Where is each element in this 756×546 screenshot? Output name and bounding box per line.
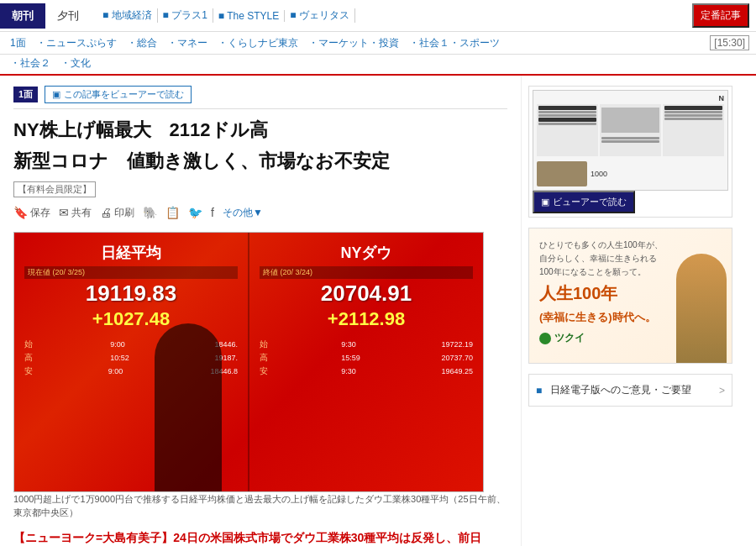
article-title-line2: 新型コロナ 値動き激しく、市場なお不安定 (13, 149, 507, 175)
twitter-icon: 🐦 (188, 206, 202, 219)
feedback-text: 日経電子版へのご意見・ご要望 (550, 383, 691, 397)
article-image-container: 日経平均 現在値 (20/ 3/25) 19119.83 +1027.48 始 … (13, 232, 507, 520)
article-title-line1: NY株上げ幅最大 2112ドル高 (13, 118, 507, 144)
sidebar: N (521, 76, 739, 546)
nav-link-plus1[interactable]: ■ プラス1 (158, 8, 213, 23)
share-icon-2[interactable]: 📋 (165, 206, 180, 219)
tab-morning[interactable]: 朝刊 (0, 3, 45, 29)
viewer-button[interactable]: ▣ この記事をビューアーで読む (45, 86, 192, 103)
facebook-action[interactable]: f (211, 206, 214, 219)
sub-link-shakai[interactable]: ・社会１・スポーツ (406, 36, 503, 50)
section-nav-links: ■ 地域経済 ■ プラス1 ■ The STYLE ■ ヴェリタス 定番記事 (91, 0, 756, 31)
sub-link-shakai2[interactable]: ・社会２ (7, 56, 54, 71)
feedback-icon: ■ (536, 385, 542, 396)
nikkei-change: +1027.48 (24, 308, 238, 330)
sidebar-viewer-icon: ▣ (541, 197, 549, 207)
article-body: 【ニューヨーク=大島有美子】24日の米国株式市場でダウ工業株30種平均は反発し、… (13, 528, 507, 546)
ad-logo-dot (539, 333, 551, 344)
sub-link-market[interactable]: ・マーケット・投資 (305, 36, 402, 50)
nydow-row-1: 始 9:30 19722.19 (260, 339, 473, 350)
main-layout: 1面 ▣ この記事をビューアーで読む NY株上げ幅最大 2112ドル高 新型コロ… (0, 76, 756, 546)
sub-link-money[interactable]: ・マネー (164, 36, 211, 50)
featured-articles-button[interactable]: 定番記事 (692, 3, 749, 28)
nydow-row-2: 高 15:59 20737.70 (260, 352, 473, 364)
person-silhouette (155, 323, 222, 491)
nav-link-veritas[interactable]: ■ ヴェリタス (285, 8, 355, 23)
newspaper-ad: N (528, 86, 732, 218)
sub-link-news-plus[interactable]: ・ニュースぷらす (33, 36, 120, 50)
top-navigation: 朝刊 夕刊 ■ 地域経済 ■ プラス1 ■ The STYLE ■ ヴェリタス … (0, 0, 756, 32)
ad-logo-text: ツクイ (554, 331, 585, 345)
page-badge: 1面 (13, 87, 38, 102)
ad-sub-text: (幸福に生きる)時代へ。 (539, 311, 656, 323)
image-caption: 1000円超上げで1万9000円台で推移する日経平均株価と過去最大の上げ幅を記録… (13, 492, 507, 520)
nydow-value: 20704.91 (260, 281, 473, 307)
chevron-right-icon: > (719, 385, 725, 396)
twitter-action[interactable]: 🐦 (188, 206, 202, 219)
ad-person-image (676, 254, 727, 363)
newspaper-col-1 (537, 104, 598, 156)
share-action[interactable]: ✉ 共有 (59, 206, 92, 220)
facebook-icon: f (211, 206, 214, 219)
evernote-icon: 🐘 (143, 206, 157, 219)
time-badge: [15:30] (710, 35, 749, 50)
newspaper-img (601, 108, 659, 133)
sub-link-1men[interactable]: 1面 (7, 36, 29, 50)
evernote-action[interactable]: 🐘 (143, 206, 157, 219)
print-icon: 🖨 (100, 206, 112, 219)
sub-link-culture[interactable]: ・文化 (57, 56, 94, 71)
sub-link-sougo[interactable]: ・総合 (123, 36, 160, 50)
nydow-title: NYダウ (260, 243, 473, 263)
article-header: 1面 ▣ この記事をビューアーで読む (13, 86, 507, 109)
nav-link-style[interactable]: ■ The STYLE (213, 10, 285, 22)
viewer-icon: ▣ (52, 89, 60, 100)
nydow-sub-label: 終値 (20/ 3/24) (260, 266, 473, 279)
nikkei-value: 19119.83 (24, 281, 238, 307)
newspaper-columns (537, 104, 724, 156)
nav-link-chiiki[interactable]: ■ 地域経済 (97, 8, 158, 23)
action-toolbar: 🔖 保存 ✉ 共有 🖨 印刷 🐘 📋 🐦 f その他 (13, 206, 507, 220)
feedback-link[interactable]: ■ 日経電子版へのご意見・ご要望 > (528, 374, 732, 407)
nikkei-sub-label: 現在値 (20/ 3/25) (24, 266, 238, 279)
more-button[interactable]: その他▼ (223, 206, 263, 220)
copy-icon: 📋 (165, 206, 180, 219)
sub-navigation-2: ・社会２ ・文化 (0, 55, 756, 76)
print-action[interactable]: 🖨 印刷 (100, 206, 134, 220)
advertisement-banner: ひとりでも多くの人生100年が、自分らしく、幸福に生きられる100年になることを… (528, 228, 732, 364)
newspaper-line (538, 106, 596, 110)
content-area: 1面 ▣ この記事をビューアーで読む NY株上げ幅最大 2112ドル高 新型コロ… (0, 76, 521, 546)
ad-content: ひとりでも多くの人生100年が、自分らしく、幸福に生きられる100年になることを… (529, 228, 732, 363)
newspaper-col-3 (663, 104, 724, 156)
save-action[interactable]: 🔖 保存 (13, 206, 50, 220)
save-icon: 🔖 (13, 206, 28, 219)
article-image: 日経平均 現在値 (20/ 3/25) 19119.83 +1027.48 始 … (13, 232, 484, 492)
nydow-rows: 始 9:30 19722.19 高 15:59 20737.70 安 (260, 339, 473, 379)
share-icon: ✉ (59, 206, 69, 219)
newspaper-preview: N (533, 90, 728, 191)
sub-link-kurashi[interactable]: ・くらしナビ東京 (214, 36, 302, 50)
nydow-row-3: 安 9:30 19649.25 (260, 365, 473, 377)
nydow-panel: NYダウ 終値 (20/ 3/24) 20704.91 +2112.98 始 9… (248, 233, 483, 491)
premium-badge: 【有料会員限定】 (13, 181, 96, 197)
nikkei-title: 日経平均 (24, 243, 238, 263)
newspaper-col-2 (600, 104, 661, 156)
edition-tabs: 朝刊 夕刊 (0, 3, 91, 29)
nydow-change: +2112.98 (260, 308, 473, 330)
tab-evening[interactable]: 夕刊 (45, 3, 91, 29)
sidebar-viewer-button[interactable]: ▣ ビューアーで読む (533, 191, 635, 213)
sub-navigation-1: 1面 ・ニュースぷらす ・総合 ・マネー ・くらしナビ東京 ・マーケット・投資 … (0, 32, 756, 55)
article-body-lead: 【ニューヨーク=大島有美子】24日の米国株式市場でダウ工業株30種平均は反発し、… (13, 531, 481, 544)
stock-board: 日経平均 現在値 (20/ 3/25) 19119.83 +1027.48 始 … (14, 233, 483, 491)
